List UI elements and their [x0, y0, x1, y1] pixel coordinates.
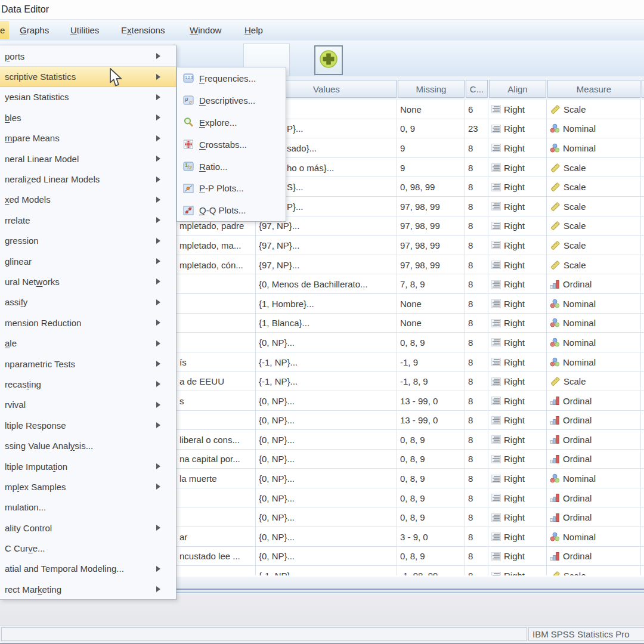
cell-missing[interactable]: 0, 8, 9	[397, 430, 465, 450]
cell-align[interactable]: Right	[488, 236, 547, 255]
cell-columns[interactable]: 8	[465, 371, 488, 391]
cell-align[interactable]: Right	[488, 450, 547, 469]
analyze-menu-item-ports[interactable]: ports	[0, 46, 176, 66]
cell-values[interactable]: {97, NP}...	[256, 236, 397, 255]
submenu-item-p-p-plots[interactable]: P-P Plots...	[177, 177, 286, 199]
cell-measure[interactable]: Ordinal	[547, 488, 641, 508]
cell-label[interactable]	[177, 488, 256, 508]
analyze-menu-item-mulation[interactable]: mulation...	[0, 497, 176, 518]
cell-columns[interactable]: 8	[465, 488, 488, 508]
cell-role[interactable]	[641, 547, 644, 566]
menubar-item-window[interactable]: Window	[187, 20, 224, 41]
cell-role[interactable]	[641, 177, 644, 197]
cell-role[interactable]	[641, 100, 644, 119]
cell-values[interactable]: {0, NP}...	[256, 450, 397, 469]
cell-measure[interactable]: Ordinal	[547, 274, 641, 294]
horizontal-scrollbar[interactable]	[177, 577, 644, 589]
cell-align[interactable]: Right	[488, 527, 547, 547]
cell-role[interactable]	[641, 236, 644, 255]
analyze-menu-item-glinear[interactable]: glinear	[0, 251, 176, 271]
analyze-menu-item-mension-reduction[interactable]: mension Reduction	[0, 312, 176, 333]
cell-columns[interactable]: 8	[465, 333, 488, 352]
cell-missing[interactable]: 13 - 99, 0	[397, 391, 465, 411]
cell-align[interactable]: Right	[488, 547, 547, 566]
cell-missing[interactable]: -1, 8, 9	[397, 371, 465, 391]
cell-missing[interactable]: 97, 98, 99	[397, 216, 465, 236]
cell-missing[interactable]: -1, 9	[397, 352, 465, 372]
analyze-menu-item-gression[interactable]: gression	[0, 231, 176, 251]
cell-align[interactable]: Right	[488, 314, 547, 333]
cell-measure[interactable]: Nominal	[547, 138, 641, 158]
cell-role[interactable]	[641, 566, 644, 575]
cell-align[interactable]: Right	[488, 507, 547, 527]
cell-missing[interactable]: 0, 8, 9	[397, 488, 465, 508]
cell-role[interactable]	[641, 527, 644, 547]
cell-columns[interactable]: 8	[465, 566, 488, 575]
cell-align[interactable]: Right	[488, 352, 547, 372]
analyze-menu-item-ural-networks[interactable]: ural Networks	[0, 271, 176, 292]
cell-align[interactable]: Right	[488, 274, 547, 294]
analyze-menu-item-recasting[interactable]: recasting	[0, 374, 176, 394]
analyze-menu-item-neralized-linear-models[interactable]: neralized Linear Models	[0, 169, 176, 189]
cell-measure[interactable]: Ordinal	[547, 450, 641, 469]
cell-values[interactable]: {0, NP}...	[256, 488, 397, 508]
cell-role[interactable]	[641, 274, 644, 294]
cell-align[interactable]: Right	[488, 158, 547, 178]
cell-measure[interactable]: Scale	[547, 100, 641, 119]
cell-role[interactable]	[641, 352, 644, 372]
cell-values[interactable]: {0, NP}...	[256, 469, 397, 488]
cell-role[interactable]	[641, 119, 644, 139]
analyze-menu-item-ale[interactable]: ale	[0, 333, 176, 353]
cell-columns[interactable]: 6	[465, 100, 488, 119]
submenu-item-q-q-plots[interactable]: Q-Q Plots...	[177, 199, 286, 221]
cell-measure[interactable]: Ordinal	[547, 430, 641, 450]
cell-label[interactable]: mpletado, ma...	[177, 236, 256, 255]
cell-missing[interactable]: None	[397, 294, 465, 314]
cell-measure[interactable]: Nominal	[547, 352, 641, 372]
cell-missing[interactable]: 97, 98, 99	[397, 236, 465, 255]
cell-measure[interactable]: Scale	[547, 216, 641, 236]
cell-columns[interactable]: 8	[465, 216, 488, 236]
menubar-item-extensions[interactable]: Extensions	[119, 20, 167, 41]
analyze-menu-item-mplex-samples[interactable]: mplex Samples	[0, 476, 176, 497]
cell-align[interactable]: Right	[488, 430, 547, 450]
cell-missing[interactable]: 3 - 9, 0	[397, 527, 465, 547]
analyze-menu-item-rrelate[interactable]: rrelate	[0, 210, 176, 230]
cell-columns[interactable]: 8	[465, 274, 488, 294]
analyze-menu-item-rect-marketing[interactable]: rect Marketing	[0, 579, 176, 599]
cell-missing[interactable]: 13 - 99, 0	[397, 411, 465, 431]
cell-label[interactable]: liberal o cons...	[177, 430, 256, 450]
cell-columns[interactable]: 23	[465, 119, 488, 139]
cell-role[interactable]	[641, 216, 644, 236]
cell-align[interactable]: Right	[488, 216, 547, 236]
cell-role[interactable]	[641, 294, 644, 314]
cell-columns[interactable]: 8	[465, 352, 488, 372]
cell-label[interactable]	[177, 566, 256, 575]
submenu-item-explore[interactable]: Explore...	[177, 112, 286, 134]
cell-missing[interactable]: None	[397, 100, 465, 119]
cell-measure[interactable]: Nominal	[547, 314, 641, 333]
cell-missing[interactable]: -1, 98, 99	[397, 566, 465, 575]
cell-label[interactable]	[177, 274, 256, 294]
cell-columns[interactable]: 8	[465, 294, 488, 314]
column-header-align[interactable]: Align	[489, 80, 546, 98]
submenu-item-ratio[interactable]: 1/2Ratio...	[177, 156, 286, 178]
cell-align[interactable]: Right	[488, 469, 547, 488]
cell-values[interactable]: {0, NP}...	[256, 391, 397, 411]
cell-label[interactable]: ncustado lee ...	[177, 547, 256, 566]
cell-measure[interactable]: Nominal	[547, 119, 641, 139]
analyze-menu-item-neral-linear-model[interactable]: neral Linear Model	[0, 148, 176, 169]
cell-align[interactable]: Right	[488, 411, 547, 431]
cell-values[interactable]: {-1, NP}...	[256, 352, 397, 372]
cell-role[interactable]	[641, 450, 644, 469]
cell-missing[interactable]: 9	[397, 138, 465, 158]
submenu-item-frequencies[interactable]: 1,2,3Frequencies...	[177, 67, 286, 89]
analyze-menu-item-xed-models[interactable]: xed Models	[0, 190, 176, 210]
analyze-menu-item-scriptive-statistics[interactable]: scriptive Statistics	[0, 66, 176, 86]
cell-values[interactable]: {0, Menos de Bachillerato...	[256, 274, 397, 294]
column-header-columns[interactable]: C...	[466, 80, 488, 98]
cell-role[interactable]	[641, 411, 644, 431]
cell-align[interactable]: Right	[488, 333, 547, 352]
cell-align[interactable]: Right	[488, 100, 547, 119]
submenu-item-crosstabs[interactable]: Crosstabs...	[177, 134, 286, 156]
